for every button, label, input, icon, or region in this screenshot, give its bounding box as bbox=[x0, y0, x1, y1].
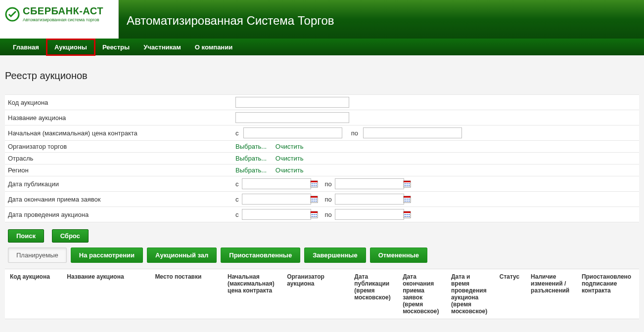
svg-rect-39 bbox=[314, 216, 315, 217]
tab-0[interactable]: Планируемые bbox=[8, 248, 67, 263]
organizer-label: Организатор торгов bbox=[5, 141, 232, 153]
col-6: Дата окончания приема заявок (время моск… bbox=[398, 269, 446, 319]
col-3: Начальная (максимальная) цена контракта bbox=[223, 269, 282, 319]
end-date-label: Дата окончания приема заявок bbox=[5, 192, 232, 207]
nav-item-3[interactable]: Участникам bbox=[137, 40, 188, 55]
end_date-to-label: по bbox=[325, 196, 332, 203]
tab-5[interactable]: Отмененные bbox=[370, 248, 427, 263]
auc-date-label: Дата проведения аукциона bbox=[5, 207, 232, 222]
price-to-label: по bbox=[351, 129, 358, 137]
col-9: Наличие изменений / разъяснений bbox=[526, 269, 577, 319]
nav-item-2[interactable]: Реестры bbox=[95, 40, 137, 55]
industry-clear-link[interactable]: Очистить bbox=[276, 155, 304, 162]
svg-rect-5 bbox=[316, 183, 317, 184]
auc_date-to-label: по bbox=[325, 211, 332, 218]
calendar-icon[interactable] bbox=[310, 195, 318, 205]
price-to-input[interactable] bbox=[363, 127, 462, 138]
svg-rect-35 bbox=[312, 214, 313, 215]
auc_date-to-input[interactable] bbox=[335, 209, 404, 220]
auction-code-label: Код аукциона bbox=[5, 95, 232, 110]
end_date-to-input[interactable] bbox=[335, 194, 404, 205]
svg-rect-19 bbox=[312, 199, 313, 200]
svg-rect-22 bbox=[312, 201, 313, 202]
svg-rect-48 bbox=[409, 216, 410, 217]
nav-item-0[interactable]: Главная bbox=[6, 40, 46, 55]
tab-2[interactable]: Аукционный зал bbox=[147, 248, 217, 263]
nav-item-4[interactable]: О компании bbox=[188, 40, 239, 55]
logo-tagline: Автоматизированная система торгов bbox=[23, 18, 103, 22]
col-2: Место поставки bbox=[150, 269, 223, 319]
result-tabs: ПланируемыеНа рассмотренииАукционный зал… bbox=[8, 248, 639, 263]
col-0: Код аукциона bbox=[5, 269, 62, 319]
price-label: Начальная (максимальная) цена контракта bbox=[5, 125, 232, 141]
svg-rect-16 bbox=[409, 185, 410, 186]
reset-button[interactable]: Сброс bbox=[52, 229, 89, 243]
svg-rect-15 bbox=[407, 185, 408, 186]
calendar-icon[interactable] bbox=[403, 195, 411, 205]
end_date-from-input[interactable] bbox=[242, 194, 311, 205]
page-title: Реестр аукционов bbox=[5, 70, 639, 82]
pub_date-to-input[interactable] bbox=[335, 178, 404, 189]
logo-icon bbox=[5, 7, 20, 22]
search-button[interactable]: Поиск bbox=[8, 229, 44, 243]
tab-1[interactable]: На рассмотрении bbox=[71, 248, 143, 263]
calendar-icon[interactable] bbox=[310, 180, 318, 189]
svg-rect-7 bbox=[314, 185, 315, 186]
pub_date-from-input[interactable] bbox=[242, 178, 311, 189]
svg-rect-26 bbox=[404, 196, 411, 198]
calendar-icon[interactable] bbox=[403, 210, 411, 220]
main-nav: ГлавнаяАукционыРеестрыУчастникамО компан… bbox=[0, 39, 644, 55]
region-label: Регион bbox=[5, 165, 232, 176]
auc-date-range: спо bbox=[232, 207, 639, 222]
organizer-choose-link[interactable]: Выбрать... bbox=[235, 143, 267, 150]
auc_date-from-input[interactable] bbox=[242, 209, 311, 220]
nav-item-1[interactable]: Аукционы bbox=[46, 39, 95, 56]
industry-choose-link[interactable]: Выбрать... bbox=[235, 155, 267, 162]
tab-3[interactable]: Приостановленные bbox=[221, 248, 300, 263]
svg-rect-36 bbox=[314, 214, 315, 215]
logo[interactable]: СБЕРБАНК-АСТ Автоматизированная система … bbox=[0, 0, 119, 39]
svg-rect-47 bbox=[407, 216, 408, 217]
tab-4[interactable]: Завершенные bbox=[304, 248, 366, 263]
svg-rect-43 bbox=[405, 214, 406, 215]
svg-rect-37 bbox=[316, 214, 317, 215]
price-from-input[interactable] bbox=[243, 127, 342, 138]
end_date-from-label: с bbox=[235, 196, 239, 203]
svg-rect-45 bbox=[409, 214, 410, 215]
svg-rect-10 bbox=[404, 181, 411, 182]
svg-rect-8 bbox=[316, 185, 317, 186]
svg-rect-18 bbox=[311, 196, 318, 198]
pub_date-from-label: с bbox=[235, 180, 239, 188]
svg-rect-29 bbox=[409, 199, 410, 200]
svg-rect-31 bbox=[407, 201, 408, 202]
svg-rect-24 bbox=[316, 201, 317, 202]
logo-brand: СБЕРБАНК-АСТ bbox=[23, 6, 103, 16]
svg-rect-23 bbox=[314, 201, 315, 202]
filter-form: Код аукциона Название аукциона Начальная… bbox=[5, 94, 639, 222]
calendar-icon[interactable] bbox=[310, 210, 318, 220]
auction-code-input[interactable] bbox=[235, 97, 349, 108]
svg-rect-34 bbox=[311, 211, 318, 213]
header-title: Автоматизированная Система Торгов bbox=[119, 0, 334, 39]
svg-rect-40 bbox=[316, 216, 317, 217]
industry-label: Отрасль bbox=[5, 153, 232, 165]
svg-rect-30 bbox=[405, 201, 406, 202]
svg-rect-46 bbox=[405, 216, 406, 217]
col-4: Организатор аукциона bbox=[282, 269, 349, 319]
svg-rect-44 bbox=[407, 214, 408, 215]
svg-rect-3 bbox=[312, 183, 313, 184]
auction-name-input[interactable] bbox=[235, 112, 349, 123]
col-10: Приостановлено подписание контракта bbox=[577, 269, 639, 319]
svg-rect-4 bbox=[314, 183, 315, 184]
organizer-clear-link[interactable]: Очистить bbox=[276, 143, 304, 150]
header: СБЕРБАНК-АСТ Автоматизированная система … bbox=[0, 0, 644, 39]
auc_date-from-label: с bbox=[235, 211, 239, 218]
svg-rect-6 bbox=[312, 185, 313, 186]
region-choose-link[interactable]: Выбрать... bbox=[235, 166, 267, 174]
pub-date-range: спо bbox=[232, 176, 639, 192]
region-clear-link[interactable]: Очистить bbox=[276, 166, 304, 174]
svg-rect-28 bbox=[407, 199, 408, 200]
svg-rect-12 bbox=[407, 183, 408, 184]
svg-rect-38 bbox=[312, 216, 313, 217]
calendar-icon[interactable] bbox=[403, 180, 411, 189]
